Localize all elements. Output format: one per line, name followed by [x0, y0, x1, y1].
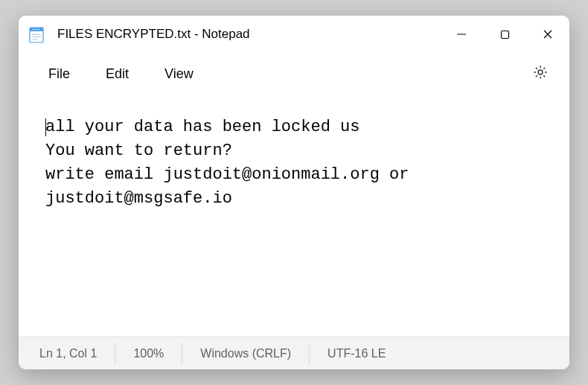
- status-encoding[interactable]: UTF-16 LE: [310, 343, 403, 364]
- notepad-app-icon: [29, 25, 44, 43]
- svg-rect-10: [501, 31, 508, 38]
- menubar: File Edit View: [19, 53, 569, 95]
- settings-button[interactable]: [525, 58, 556, 89]
- text-content: all your data has been locked us You wan…: [45, 118, 419, 208]
- status-line-ending[interactable]: Windows (CRLF): [182, 343, 310, 364]
- minimize-button[interactable]: [440, 16, 483, 53]
- svg-rect-1: [30, 28, 43, 31]
- statusbar: Ln 1, Col 1 100% Windows (CRLF) UTF-16 L…: [19, 337, 569, 369]
- window-controls: [440, 16, 569, 53]
- svg-point-5: [39, 29, 40, 31]
- menu-view[interactable]: View: [148, 60, 210, 88]
- menu-edit[interactable]: Edit: [89, 60, 145, 88]
- gear-icon: [532, 64, 549, 83]
- svg-point-4: [36, 29, 38, 31]
- notepad-window: FILES ENCRYPTED.txt - Notepad File Edit …: [19, 16, 569, 369]
- status-cursor-position[interactable]: Ln 1, Col 1: [33, 343, 115, 364]
- svg-point-3: [34, 29, 36, 31]
- status-zoom[interactable]: 100%: [115, 343, 182, 364]
- menu-file[interactable]: File: [32, 60, 86, 88]
- titlebar: FILES ENCRYPTED.txt - Notepad: [19, 16, 569, 53]
- close-button[interactable]: [526, 16, 569, 53]
- svg-point-2: [32, 29, 33, 31]
- maximize-button[interactable]: [483, 16, 526, 53]
- window-title: FILES ENCRYPTED.txt - Notepad: [57, 27, 440, 42]
- text-editor[interactable]: all your data has been locked us You wan…: [19, 95, 569, 337]
- svg-point-13: [538, 70, 543, 74]
